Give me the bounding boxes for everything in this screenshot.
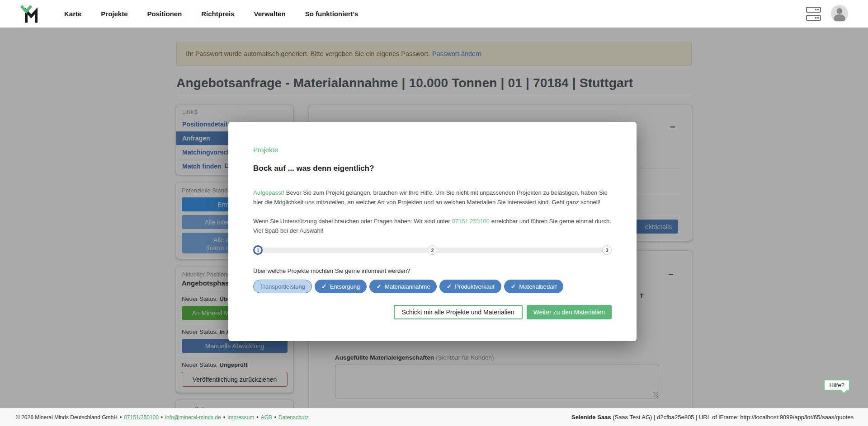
projekte-auswahl-modal: Projekte Bock auf ... was denn eigentlic…: [228, 122, 637, 341]
step-bar: [261, 248, 429, 253]
check-icon: ✓: [321, 283, 327, 290]
check-icon: ✓: [376, 283, 382, 290]
separator: •: [161, 414, 163, 421]
check-icon: ✓: [446, 283, 452, 290]
footer-session-info: (Saas Test AG) | d2cfba25e805 | URL of i…: [613, 414, 854, 421]
chip-label: Materialbedarf: [519, 283, 557, 290]
avatar-body-icon: [834, 14, 845, 21]
server-row-bottom: [806, 15, 821, 21]
nav-item-so-funktionierts[interactable]: So funktioniert's: [305, 10, 359, 18]
server-rows-icon[interactable]: [806, 7, 821, 21]
modal-intro-text: Bevor Sie zum Projekt gelangen, brauchen…: [253, 189, 608, 206]
chip-entsorgung[interactable]: ✓ Entsorgung: [315, 280, 367, 293]
navbar-actions: [806, 5, 848, 22]
modal-headline: Bock auf ... was denn eigentlich?: [253, 164, 612, 173]
nav-item-richtpreis[interactable]: Richtpreis: [201, 10, 234, 18]
copyright-text: © 2026 Mineral Minds Deutschland GmbH: [16, 414, 118, 421]
footer-impressum-link[interactable]: Impressum: [227, 414, 254, 421]
separator: •: [120, 414, 122, 421]
chip-label: Entsorgung: [330, 283, 360, 290]
footer-phone-link[interactable]: 07151/250100: [124, 414, 159, 421]
modal-actions: Schickt mir alle Projekte und Materialie…: [253, 305, 612, 319]
project-type-chips: Transportleistung ✓ Entsorgung ✓ Materia…: [253, 280, 612, 293]
main-nav: Karte Projekte Positionen Richtpreis Ver…: [64, 10, 358, 18]
separator: •: [274, 414, 276, 421]
avatar-head-icon: [837, 8, 843, 14]
weiter-button[interactable]: Weiter zu den Materialien: [527, 305, 612, 319]
footer-right: Selenide Saas (Saas Test AG) | d2cfba25e…: [571, 414, 854, 421]
check-icon: ✓: [511, 283, 516, 290]
page-footer: © 2026 Mineral Minds Deutschland GmbH • …: [0, 408, 868, 426]
nav-item-karte[interactable]: Karte: [64, 10, 81, 18]
separator: •: [256, 414, 258, 421]
modal-question: Über welche Projekte möchten Sie gerne i…: [253, 267, 612, 274]
footer-user-name: Selenide Saas: [571, 414, 611, 421]
nav-item-projekte[interactable]: Projekte: [101, 10, 127, 18]
separator: •: [223, 414, 225, 421]
progress-stepper: 1 2 3: [253, 245, 612, 255]
nav-item-positionen[interactable]: Positionen: [147, 10, 182, 18]
user-avatar[interactable]: [831, 5, 848, 22]
chip-transportleistung[interactable]: Transportleistung: [253, 280, 312, 293]
modal-eyebrow: Projekte: [253, 146, 612, 154]
top-navbar: Karte Projekte Positionen Richtpreis Ver…: [0, 0, 868, 28]
support-text-after: erreichbar und führen Sie gerne einmal d…: [491, 218, 611, 225]
help-bubble[interactable]: Hilfe?: [824, 379, 850, 391]
modal-fun-line: Viel Spaß bei der Auswahl!: [253, 226, 612, 235]
modal-support-paragraph: Wenn Sie Unterstützung dabei brauchen od…: [253, 216, 612, 226]
footer-agb-link[interactable]: AGB: [260, 414, 272, 421]
aufgepasst-highlight: Aufgepasst!: [253, 189, 284, 196]
step-bar: [435, 248, 604, 253]
chip-produktverkauf[interactable]: ✓ Produktverkauf: [439, 280, 501, 293]
step-3[interactable]: 3: [602, 245, 612, 255]
nav-item-verwalten[interactable]: Verwalten: [254, 10, 286, 18]
server-row-top: [806, 7, 821, 13]
chip-materialannahme[interactable]: ✓ Materialannahme: [369, 280, 437, 293]
footer-datenschutz-link[interactable]: Datenschutz: [278, 414, 309, 421]
chip-materialbedarf[interactable]: ✓ Materialbedarf: [504, 280, 564, 293]
chip-label: Transportleistung: [260, 283, 305, 290]
modal-intro-paragraph: Aufgepasst!Bevor Sie zum Projekt gelange…: [253, 188, 612, 207]
alle-projekte-button[interactable]: Schickt mir alle Projekte und Materialie…: [394, 305, 523, 319]
brand-logo-icon[interactable]: [20, 3, 41, 24]
footer-email-link[interactable]: info@mineral-minds.de: [165, 414, 221, 421]
support-text-before: Wenn Sie Unterstützung dabei brauchen od…: [253, 218, 450, 225]
footer-left: © 2026 Mineral Minds Deutschland GmbH • …: [16, 414, 309, 421]
step-1[interactable]: 1: [253, 245, 263, 255]
phone-link[interactable]: 07151 250100: [452, 218, 490, 225]
chip-label: Produktverkauf: [455, 283, 494, 290]
step-2[interactable]: 2: [428, 245, 437, 255]
chip-label: Materialannahme: [385, 283, 430, 290]
